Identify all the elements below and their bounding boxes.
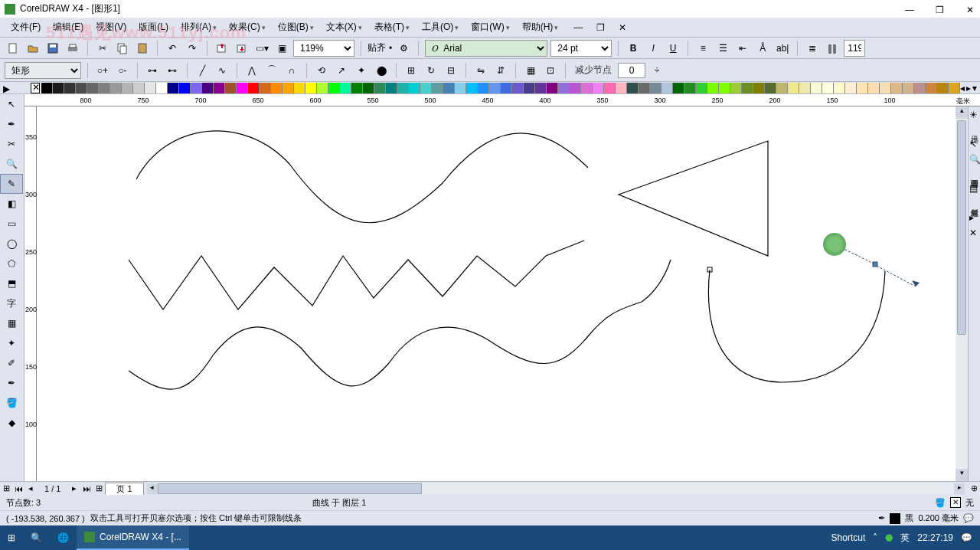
color-swatch[interactable] (650, 83, 662, 93)
start-button[interactable]: ⊞ (0, 525, 23, 550)
scroll-up-button[interactable]: ▴ (956, 106, 968, 119)
color-swatch[interactable] (317, 83, 328, 93)
shape-tool[interactable]: ✒ (0, 114, 23, 134)
shortcut-tray[interactable]: Shortcut (831, 532, 866, 543)
color-swatch[interactable] (845, 83, 857, 93)
color-swatch[interactable] (294, 83, 305, 93)
pick-icon[interactable]: ↖ (969, 139, 980, 149)
first-page-button[interactable]: ⏮ (12, 484, 24, 493)
menu-table[interactable]: 表格(T)▾ (368, 21, 416, 34)
color-swatch[interactable] (191, 83, 202, 93)
color-swatch[interactable] (145, 83, 156, 93)
color-swatch[interactable] (593, 83, 604, 93)
extend-button[interactable]: ↗ (333, 62, 350, 79)
color-swatch[interactable] (524, 83, 535, 93)
color-swatch[interactable] (260, 83, 271, 93)
import-button[interactable] (214, 40, 230, 57)
edit-text-button[interactable]: ab| (774, 40, 791, 57)
reverse-button[interactable]: ⟲ (313, 62, 330, 79)
export-button[interactable] (234, 40, 250, 57)
save-button[interactable] (44, 40, 61, 57)
color-swatch[interactable] (730, 83, 742, 93)
delete-node-button[interactable]: ○- (114, 62, 131, 79)
reflect-h-button[interactable]: ⇋ (472, 62, 489, 79)
zoom-tool[interactable]: 🔍 (0, 154, 23, 174)
fill-tool[interactable]: 🪣 (0, 393, 23, 413)
color-swatch[interactable] (822, 83, 834, 93)
color-swatch[interactable] (811, 83, 822, 93)
color-swatch[interactable] (639, 83, 650, 93)
color-swatch[interactable] (248, 83, 260, 93)
docker-object-props[interactable]: 对象属性 (969, 198, 980, 208)
clock[interactable]: 22:27:19 (917, 532, 953, 543)
color-swatch[interactable] (857, 83, 868, 93)
color-swatch[interactable] (443, 83, 455, 93)
ellipse-tool[interactable]: ◯ (0, 234, 23, 254)
color-swatch[interactable] (570, 83, 581, 93)
color-swatch[interactable] (903, 83, 914, 93)
color-swatch[interactable] (99, 83, 110, 93)
color-swatch[interactable] (627, 83, 639, 93)
add-page-button[interactable]: ⊞ (0, 483, 12, 493)
interactive-tool[interactable]: ✦ (0, 333, 23, 353)
smart-fill-tool[interactable]: ◧ (0, 194, 23, 214)
edge-button[interactable]: 🌐 (50, 525, 77, 550)
color-swatch[interactable] (455, 83, 466, 93)
options-button[interactable]: ⚙ (395, 40, 412, 57)
bold-button[interactable]: B (625, 40, 642, 57)
reduce-spinner[interactable]: ÷ (648, 62, 665, 79)
rotate-button[interactable]: ↻ (423, 62, 439, 79)
notification-icon[interactable]: 💬 (963, 513, 974, 523)
shape-type-combo[interactable]: 矩形 (5, 62, 81, 79)
color-swatch[interactable] (926, 83, 937, 93)
next-page-button[interactable]: ▸ (68, 483, 80, 493)
color-swatch[interactable] (788, 83, 799, 93)
color-swatch[interactable] (432, 83, 443, 93)
menu-view[interactable]: 视图(V) (90, 21, 132, 34)
table-tool[interactable]: ▦ (0, 313, 23, 333)
palette-right-button[interactable]: ▸ (966, 83, 971, 93)
hscroll-left-button[interactable]: ◂ (147, 483, 158, 494)
color-swatch[interactable] (776, 83, 788, 93)
font-extra-field[interactable] (844, 40, 865, 57)
color-swatch[interactable] (87, 83, 99, 93)
zoom-icon[interactable]: 🔍 (969, 154, 980, 165)
add-node-button[interactable]: ○+ (94, 62, 111, 79)
color-swatch[interactable] (512, 83, 524, 93)
docker-object-manager[interactable]: 绘图管理器 (969, 169, 980, 178)
prev-page-button[interactable]: ◂ (24, 483, 37, 493)
color-swatch[interactable] (225, 83, 237, 93)
color-swatch[interactable] (133, 83, 145, 93)
color-swatch[interactable] (283, 83, 294, 93)
color-swatch[interactable] (616, 83, 627, 93)
auto-close-button[interactable]: ⬤ (373, 62, 390, 79)
menu-file[interactable]: 文件(F) (5, 21, 47, 34)
layer-icon[interactable]: ▤ (969, 183, 980, 194)
extract-button[interactable]: ✦ (353, 62, 370, 79)
italic-button[interactable]: I (645, 40, 662, 57)
palette-play-icon[interactable]: ▶ (3, 83, 12, 93)
color-swatch[interactable] (914, 83, 926, 93)
color-swatch[interactable] (41, 83, 53, 93)
reduce-nodes-field[interactable]: 0 (618, 63, 645, 78)
app-launcher-button[interactable]: ▭▾ (253, 40, 270, 57)
align-button[interactable]: ≡ (694, 40, 711, 57)
new-button[interactable] (5, 40, 21, 57)
color-swatch[interactable] (662, 83, 673, 93)
color-swatch[interactable] (110, 83, 122, 93)
underline-button[interactable]: U (665, 40, 681, 57)
welcome-button[interactable]: ▣ (273, 40, 290, 57)
color-swatch[interactable] (673, 83, 684, 93)
freehand-tool[interactable]: ✎ (0, 174, 23, 194)
color-swatch[interactable] (765, 83, 776, 93)
search-button[interactable]: 🔍 (23, 525, 50, 550)
scroll-down-button[interactable]: ▾ (956, 469, 968, 481)
close-button[interactable]: ✕ (966, 5, 975, 14)
paste-button[interactable] (134, 40, 151, 57)
color-swatch[interactable] (489, 83, 501, 93)
indent-button[interactable]: ⇤ (734, 40, 751, 57)
add-page-after-button[interactable]: ⊞ (93, 483, 105, 493)
color-swatch[interactable] (581, 83, 593, 93)
color-swatch[interactable] (179, 83, 191, 93)
color-swatch[interactable] (409, 83, 420, 93)
